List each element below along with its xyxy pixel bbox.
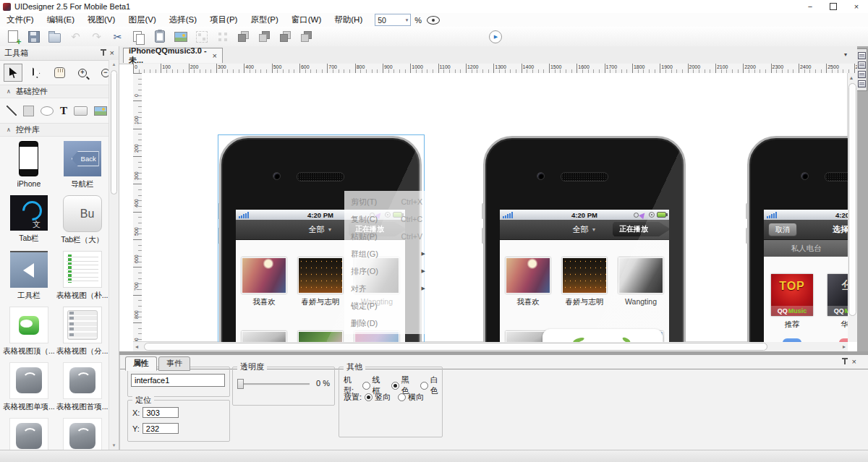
pin-icon[interactable] (844, 359, 846, 364)
hand-tool[interactable] (50, 64, 69, 82)
ungroup[interactable] (214, 28, 231, 45)
image[interactable] (172, 28, 189, 45)
opacity-slider-track[interactable] (239, 383, 310, 385)
scroll-right-icon[interactable]: ▸ (843, 343, 846, 350)
align-left[interactable] (319, 28, 336, 45)
align-right[interactable] (361, 28, 378, 45)
library-item[interactable]: 文Tab栏 (3, 195, 55, 245)
album-tile[interactable]: 春娇与志明 (561, 257, 608, 307)
album-tile[interactable]: 我喜欢 (241, 257, 287, 307)
context-menu-item[interactable]: 对齐▶ (344, 280, 429, 297)
scrollbar-thumb[interactable] (111, 70, 117, 194)
now-playing-button[interactable]: 正在播放 (613, 222, 669, 236)
new-file[interactable] (4, 28, 21, 45)
album-tile[interactable]: Wangting (618, 257, 664, 307)
context-menu-item[interactable]: 粘贴(P)Ctrl+V (344, 228, 429, 245)
scroll-down-icon[interactable]: ▾ (109, 442, 119, 448)
context-menu-item[interactable]: 群组(G)▶ (344, 245, 429, 262)
scroll-up-icon[interactable]: ▴ (109, 61, 119, 67)
library-item[interactable]: 表格视图（朴... (56, 251, 109, 301)
line-tool[interactable] (7, 106, 17, 116)
design-canvas[interactable]: 4:20 PM 全部 ▼ 正在播放 我喜欢春娇与志明Wangting (142, 73, 848, 342)
save[interactable] (25, 28, 42, 45)
tab-close-icon[interactable]: × (213, 51, 217, 60)
align-bottom[interactable] (424, 28, 441, 45)
album-tile[interactable]: 春娇与志明 (297, 257, 344, 307)
placement-radio-option[interactable]: 竖向 (365, 392, 391, 403)
album-tile[interactable] (297, 331, 344, 342)
text-tool[interactable]: T (60, 105, 67, 117)
document-tab[interactable]: iPhoneQQmusic3.0 - 未... × (123, 48, 223, 63)
bring-forward[interactable] (235, 28, 252, 45)
library-item[interactable]: BuTab栏（大） (56, 195, 109, 245)
scroll-up-icon[interactable]: ▴ (850, 74, 853, 81)
canvas-iphone-3[interactable]: 4:20 PM 取消 选择电台 私人电台公共电台 TOPQQMusic推荐 (747, 136, 848, 342)
preview-play[interactable] (487, 28, 503, 45)
pin-icon[interactable] (103, 51, 104, 56)
button-tool[interactable] (74, 106, 88, 116)
library-item[interactable]: 表格视图单项... (3, 362, 55, 412)
group[interactable] (193, 28, 210, 45)
send-backward[interactable] (256, 28, 273, 45)
library-item[interactable]: 表格视图顶（... (3, 307, 55, 356)
undo[interactable] (67, 28, 84, 45)
distribute-h[interactable] (445, 28, 461, 45)
collapsed-panel-tab[interactable] (857, 48, 867, 91)
menu-item[interactable]: 原型(P) (244, 14, 284, 25)
zoom-level-select[interactable]: 50 ▾ (375, 14, 411, 26)
menu-item[interactable]: 文件(F) (0, 14, 41, 25)
close-icon[interactable]: × (110, 49, 114, 57)
zoom-in-tool[interactable] (73, 64, 92, 82)
y-input[interactable] (142, 423, 179, 434)
restore-button[interactable] (822, 0, 845, 13)
library-item[interactable]: 表格视图首项... (56, 362, 109, 412)
open[interactable] (46, 28, 63, 45)
album-tile[interactable]: 我喜欢 (505, 257, 551, 307)
section-basic-controls[interactable]: ∧ 基础控件 (0, 85, 119, 98)
distribute-v[interactable] (466, 28, 482, 45)
menu-item[interactable]: 窗口(W) (285, 14, 328, 25)
toolbox-scrollbar[interactable]: ▴ ▾ (109, 60, 119, 450)
menu-item[interactable]: 项目(P) (203, 14, 244, 25)
close-button[interactable]: × (845, 0, 868, 13)
paste[interactable] (151, 28, 168, 45)
scrollbar-thumb[interactable] (848, 83, 856, 316)
direct-select-tool[interactable] (27, 64, 46, 82)
library-item[interactable]: 表格视图项（... (3, 418, 55, 450)
align-top[interactable] (382, 28, 399, 45)
minimize-button[interactable]: − (799, 0, 822, 13)
menu-item[interactable]: 视图(V) (81, 14, 122, 25)
library-item[interactable]: iPhone (3, 141, 55, 189)
section-control-library[interactable]: ∧ 控件库 (0, 124, 119, 137)
station-tile[interactable]: 华QQMusic华语 (825, 274, 848, 330)
scroll-left-icon[interactable]: ◂ (135, 343, 138, 350)
opacity-slider-handle[interactable] (237, 379, 244, 389)
menu-item[interactable]: 选择(S) (163, 14, 203, 25)
image-tool[interactable] (94, 106, 107, 116)
context-menu-item[interactable]: 删除(D) (344, 315, 429, 332)
send-to-back[interactable] (298, 28, 315, 45)
context-menu-item[interactable]: 排序(O)▶ (344, 262, 429, 280)
menu-item[interactable]: 图层(V) (122, 14, 162, 25)
bring-to-front[interactable] (277, 28, 294, 45)
placement-radio-option[interactable]: 横向 (398, 392, 424, 403)
properties-tab[interactable]: 事件 (158, 356, 190, 371)
menu-item[interactable]: 编辑(E) (41, 14, 81, 25)
canvas-iphone-2[interactable]: 4:20 PM 全部 ▼ 正在播放 我喜欢春娇与志明Wangting (483, 136, 686, 342)
x-input[interactable] (142, 407, 179, 418)
library-item[interactable]: 表格视图（分... (56, 307, 109, 356)
align-center[interactable] (340, 28, 357, 45)
library-item[interactable]: Back导航栏 (56, 141, 109, 189)
station-tab[interactable]: 私人电台 (764, 240, 848, 257)
properties-tab[interactable]: 属性 (125, 356, 157, 371)
context-menu-item[interactable]: 锁定(P) (344, 297, 429, 315)
close-icon[interactable]: × (852, 358, 856, 366)
rect-tool[interactable] (23, 106, 34, 116)
library-item[interactable]: 工具栏 (3, 251, 55, 301)
cancel-button[interactable]: 取消 (768, 223, 797, 236)
context-menu-item[interactable]: 剪切(T)Ctrl+X (344, 193, 429, 210)
menu-item[interactable]: 帮助(H) (328, 14, 369, 25)
cut[interactable] (109, 28, 126, 45)
canvas-horizontal-scrollbar[interactable]: ◂ ▸ (133, 341, 848, 351)
redo[interactable] (88, 28, 105, 45)
